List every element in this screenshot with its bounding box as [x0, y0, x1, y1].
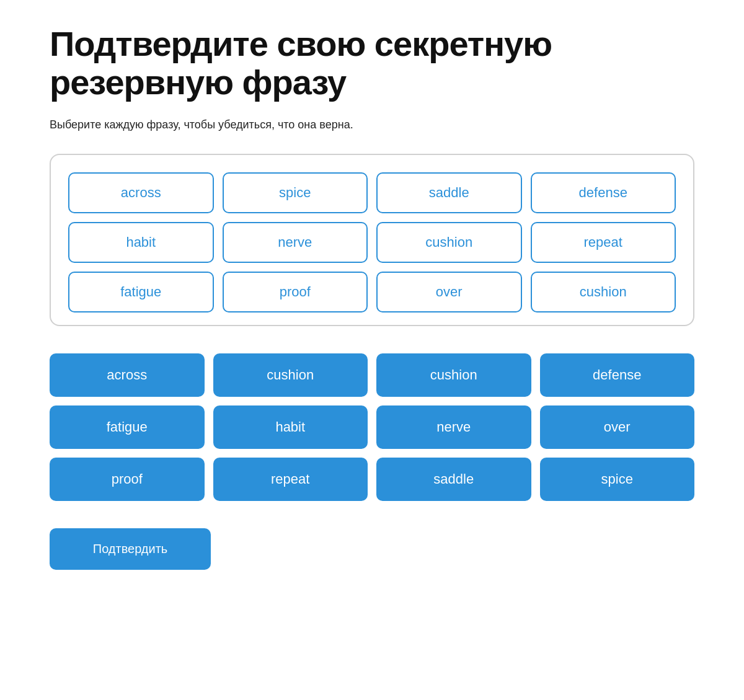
bottom-word-chip[interactable]: cushion	[213, 353, 368, 397]
selection-word-chip[interactable]: over	[376, 272, 522, 312]
bottom-word-chip[interactable]: proof	[50, 458, 205, 501]
confirm-button[interactable]: Подтвердить	[50, 528, 211, 570]
selection-word-chip[interactable]: saddle	[376, 172, 522, 213]
bottom-word-chip[interactable]: saddle	[376, 458, 531, 501]
selection-word-chip[interactable]: cushion	[376, 222, 522, 263]
bottom-word-chip[interactable]: over	[540, 405, 695, 449]
bottom-word-chip[interactable]: repeat	[213, 458, 368, 501]
bottom-word-chip[interactable]: across	[50, 353, 205, 397]
bottom-word-chip[interactable]: nerve	[376, 405, 531, 449]
selection-word-chip[interactable]: defense	[531, 172, 676, 213]
bottom-word-chip[interactable]: fatigue	[50, 405, 205, 449]
selection-word-chip[interactable]: repeat	[531, 222, 676, 263]
bottom-word-chip[interactable]: habit	[213, 405, 368, 449]
selection-word-chip[interactable]: proof	[223, 272, 368, 312]
page-subtitle: Выберите каждую фразу, чтобы убедиться, …	[50, 118, 694, 131]
bottom-word-chip[interactable]: cushion	[376, 353, 531, 397]
selection-word-chip[interactable]: across	[68, 172, 214, 213]
page-title: Подтвердите свою секретную резервную фра…	[50, 25, 694, 101]
selection-word-chip[interactable]: nerve	[223, 222, 368, 263]
selection-word-chip[interactable]: spice	[223, 172, 368, 213]
selection-area: acrossspicesaddledefensehabitnervecushio…	[50, 154, 694, 326]
selection-word-chip[interactable]: habit	[68, 222, 214, 263]
bottom-word-chip[interactable]: defense	[540, 353, 695, 397]
bottom-word-chip[interactable]: spice	[540, 458, 695, 501]
selection-word-chip[interactable]: cushion	[531, 272, 676, 312]
selection-word-chip[interactable]: fatigue	[68, 272, 214, 312]
bottom-word-grid: acrosscushioncushiondefensefatiguehabitn…	[50, 353, 694, 501]
selection-grid: acrossspicesaddledefensehabitnervecushio…	[68, 172, 676, 312]
